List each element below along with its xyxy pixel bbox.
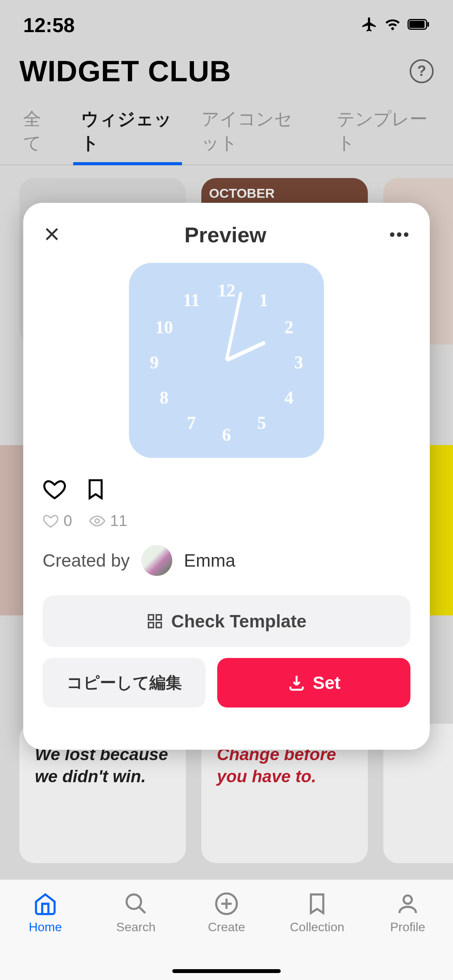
bookmark-button[interactable] [84, 477, 108, 503]
svg-rect-5 [156, 615, 161, 620]
view-count-value: 11 [110, 512, 127, 529]
bottom-nav: Home Search Create Collection Profile [0, 879, 453, 980]
svg-rect-7 [156, 623, 161, 628]
clock-num-7: 7 [187, 413, 196, 433]
svg-rect-4 [149, 615, 154, 620]
like-count-value: 0 [63, 512, 72, 529]
widget-preview: 12 1 2 3 4 5 6 7 8 9 10 11 [129, 263, 324, 458]
svg-point-8 [127, 894, 141, 909]
clock-num-8: 8 [160, 387, 168, 408]
nav-create[interactable]: Create [181, 891, 272, 934]
view-count: 11 [89, 512, 127, 529]
clock-num-5: 5 [257, 413, 266, 433]
nav-home[interactable]: Home [0, 891, 91, 934]
nav-profile[interactable]: Profile [362, 891, 453, 934]
creator-name: Emma [184, 550, 235, 571]
check-template-label: Check Template [171, 611, 306, 632]
nav-create-label: Create [208, 920, 245, 934]
minute-hand [225, 292, 242, 361]
svg-point-3 [95, 519, 100, 523]
creator-avatar [141, 545, 172, 576]
clock-num-11: 11 [183, 290, 200, 310]
clock-num-10: 10 [155, 317, 173, 338]
like-count: 0 [43, 512, 72, 529]
like-button[interactable] [43, 477, 67, 503]
nav-collection-label: Collection [290, 920, 345, 934]
nav-profile-label: Profile [390, 920, 426, 934]
download-icon [287, 673, 306, 692]
eye-icon [89, 513, 105, 529]
search-icon [124, 891, 148, 916]
creator-row[interactable]: Created by Emma [43, 545, 410, 576]
home-icon [33, 891, 58, 916]
nav-search-label: Search [116, 920, 155, 934]
plus-icon [214, 891, 239, 916]
set-button[interactable]: Set [217, 658, 410, 708]
svg-rect-6 [149, 623, 154, 628]
nav-search[interactable]: Search [91, 891, 181, 934]
created-by-label: Created by [43, 550, 130, 571]
clock-num-12: 12 [218, 280, 235, 300]
home-indicator[interactable] [172, 969, 281, 973]
clock-num-6: 6 [222, 424, 231, 445]
check-template-button[interactable]: Check Template [43, 595, 410, 647]
close-button[interactable] [43, 225, 61, 245]
clock-num-3: 3 [294, 352, 303, 373]
hour-hand [226, 341, 266, 362]
more-options-button[interactable]: ••• [390, 226, 410, 243]
nav-home-label: Home [29, 920, 62, 934]
preview-modal: Preview ••• 12 1 2 3 4 5 6 7 8 9 10 11 0… [23, 203, 430, 750]
bookmark-icon [305, 891, 329, 916]
clock-num-4: 4 [285, 387, 293, 408]
copy-edit-label: コピーして編集 [67, 672, 182, 694]
heart-icon [43, 513, 59, 529]
nav-collection[interactable]: Collection [272, 891, 362, 934]
copy-edit-button[interactable]: コピーして編集 [43, 658, 206, 708]
clock-num-1: 1 [259, 290, 268, 310]
set-label: Set [313, 672, 341, 693]
clock-num-9: 9 [150, 352, 159, 373]
modal-title: Preview [184, 222, 266, 247]
profile-icon [395, 891, 420, 916]
svg-point-10 [403, 896, 412, 904]
grid-icon [146, 613, 163, 630]
clock-num-2: 2 [285, 317, 293, 338]
